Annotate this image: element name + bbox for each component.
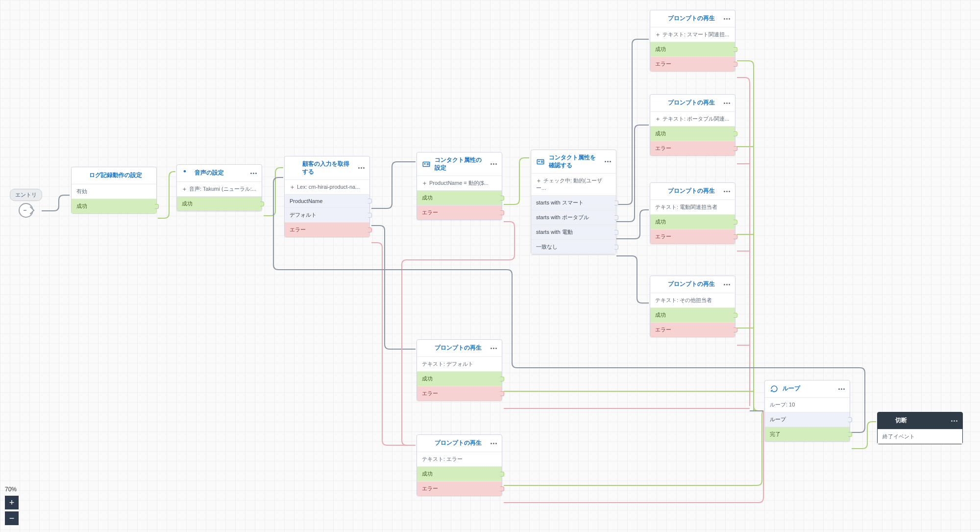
transfer-icon bbox=[290, 164, 298, 173]
list-settings-icon bbox=[76, 171, 85, 180]
node-title: プロンプトの再生 bbox=[668, 280, 720, 288]
more-icon[interactable] bbox=[490, 348, 497, 349]
node-row: テキスト: エラー bbox=[417, 452, 502, 466]
node-title: 切断 bbox=[895, 417, 947, 425]
loop-icon bbox=[770, 384, 779, 393]
more-icon[interactable] bbox=[250, 173, 257, 174]
entry-point: エントリ bbox=[10, 189, 42, 218]
node-row: テキスト: ポータブル関連... bbox=[650, 111, 735, 126]
node-row: Lex: cm-hirai-product-na... bbox=[285, 179, 369, 194]
node-output-error[interactable]: エラー bbox=[417, 481, 502, 496]
speaker-icon bbox=[655, 280, 664, 289]
node-disconnect[interactable]: 切断 終了イベント bbox=[877, 412, 963, 444]
zoom-out-button[interactable]: − bbox=[5, 511, 19, 525]
id-card-icon bbox=[536, 157, 545, 166]
speaker-icon bbox=[655, 187, 664, 196]
node-output-error[interactable]: エラー bbox=[417, 386, 502, 401]
entry-label: エントリ bbox=[10, 189, 42, 201]
node-title: プロンプトの再生 bbox=[668, 187, 720, 195]
node-row: 終了イベント bbox=[878, 429, 962, 444]
more-icon[interactable] bbox=[724, 284, 730, 285]
node-play-prompt-smart[interactable]: プロンプトの再生 テキスト: スマート関連担... 成功 エラー bbox=[650, 10, 735, 72]
more-icon[interactable] bbox=[358, 167, 365, 169]
node-output-success[interactable]: 成功 bbox=[417, 466, 502, 481]
svg-point-0 bbox=[184, 170, 186, 173]
node-row: テキスト: デフォルト bbox=[417, 356, 502, 371]
node-row: 有効 bbox=[72, 184, 156, 199]
node-get-customer-input[interactable]: 顧客の入力を取得する Lex: cm-hirai-product-na... P… bbox=[284, 156, 370, 237]
speaker-icon bbox=[655, 99, 664, 107]
node-output-branch[interactable]: 一致なし bbox=[531, 239, 616, 254]
node-title: プロンプトの再生 bbox=[668, 15, 720, 23]
more-icon[interactable] bbox=[605, 161, 611, 162]
more-icon[interactable] bbox=[838, 388, 845, 390]
node-title: コンタクト属性を確認する bbox=[549, 154, 601, 169]
node-row: テキスト: スマート関連担... bbox=[650, 27, 735, 42]
speaker-icon bbox=[422, 344, 431, 353]
zoom-in-button[interactable]: + bbox=[5, 496, 19, 509]
more-icon[interactable] bbox=[490, 163, 497, 165]
node-title: コンタクト属性の設定 bbox=[435, 156, 487, 172]
node-output-success[interactable]: 成功 bbox=[650, 42, 735, 56]
node-title: プロンプトの再生 bbox=[435, 439, 487, 447]
node-play-prompt-portable[interactable]: プロンプトの再生 テキスト: ポータブル関連... 成功 エラー bbox=[650, 94, 735, 156]
node-output-success[interactable]: 成功 bbox=[650, 214, 735, 229]
node-play-prompt-electric[interactable]: プロンプトの再生 テキスト: 電動関連担当者 成功 エラー bbox=[650, 182, 735, 244]
more-icon[interactable] bbox=[951, 420, 957, 422]
node-output-branch[interactable]: ProductName bbox=[285, 194, 369, 207]
node-output-branch[interactable]: デフォルト bbox=[285, 207, 369, 222]
node-play-prompt-default[interactable]: プロンプトの再生 テキスト: デフォルト 成功 エラー bbox=[416, 339, 502, 401]
node-output-error[interactable]: エラー bbox=[650, 322, 735, 337]
more-icon[interactable] bbox=[724, 102, 730, 104]
node-output-success[interactable]: 成功 bbox=[650, 126, 735, 141]
node-row: テキスト: 電動関連担当者 bbox=[650, 200, 735, 214]
node-output-success[interactable]: 成功 bbox=[177, 196, 262, 211]
node-row: ProductName = 動的($... bbox=[417, 176, 502, 190]
node-output-branch[interactable]: starts with スマート bbox=[531, 195, 616, 210]
zoom-percentage: 70% bbox=[5, 486, 19, 493]
node-output-success[interactable]: 成功 bbox=[650, 307, 735, 322]
node-output-branch[interactable]: ループ bbox=[765, 412, 850, 427]
node-set-voice[interactable]: 音声の設定 音声: Takumi (ニューラル:... 成功 bbox=[176, 164, 262, 211]
id-card-icon bbox=[422, 160, 431, 169]
entry-circle bbox=[19, 203, 33, 218]
svg-point-4 bbox=[539, 160, 540, 162]
node-set-contact-attributes[interactable]: コンタクト属性の設定 ProductName = 動的($... 成功 エラー bbox=[416, 152, 502, 220]
node-output-branch[interactable]: starts with 電動 bbox=[531, 225, 616, 239]
node-title: プロンプトの再生 bbox=[668, 99, 720, 107]
node-play-prompt-other[interactable]: プロンプトの再生 テキスト: その他担当者 成功 エラー bbox=[650, 276, 735, 337]
node-output-success[interactable]: 成功 bbox=[417, 190, 502, 205]
node-play-prompt-error[interactable]: プロンプトの再生 テキスト: エラー 成功 エラー bbox=[416, 434, 502, 496]
more-icon[interactable] bbox=[724, 191, 730, 192]
person-voice-icon bbox=[182, 169, 191, 177]
node-title: ログ記録動作の設定 bbox=[89, 172, 151, 179]
node-check-contact-attributes[interactable]: コンタクト属性を確認する チェック中: 動的(ユーザー... starts wi… bbox=[531, 150, 616, 254]
node-output-success[interactable]: 成功 bbox=[417, 371, 502, 386]
hangup-icon bbox=[882, 416, 891, 425]
node-set-logging-behavior[interactable]: ログ記録動作の設定 有効 成功 bbox=[71, 167, 157, 214]
node-loop[interactable]: ループ ループ: 10 ループ 完了 bbox=[764, 380, 850, 442]
node-output-error[interactable]: エラー bbox=[650, 141, 735, 155]
node-output-success[interactable]: 成功 bbox=[72, 199, 156, 213]
more-icon[interactable] bbox=[490, 443, 497, 444]
node-row: テキスト: その他担当者 bbox=[650, 293, 735, 307]
node-output-error[interactable]: エラー bbox=[285, 222, 369, 237]
node-output-error[interactable]: エラー bbox=[650, 56, 735, 71]
zoom-controls: 70% + − bbox=[5, 486, 19, 527]
node-output-branch[interactable]: starts with ポータブル bbox=[531, 210, 616, 225]
node-row: ループ: 10 bbox=[765, 397, 850, 412]
node-output-error[interactable]: エラー bbox=[417, 205, 502, 220]
node-title: 顧客の入力を取得する bbox=[302, 160, 354, 176]
node-output-error[interactable]: エラー bbox=[650, 229, 735, 244]
node-title: 音声の設定 bbox=[195, 169, 246, 177]
svg-point-2 bbox=[424, 163, 426, 164]
node-title: プロンプトの再生 bbox=[435, 344, 487, 352]
node-row: チェック中: 動的(ユーザー... bbox=[531, 173, 616, 195]
node-output-success[interactable]: 完了 bbox=[765, 427, 850, 441]
node-title: ループ bbox=[783, 385, 834, 393]
more-icon[interactable] bbox=[724, 18, 730, 20]
node-row: 音声: Takumi (ニューラル:... bbox=[177, 181, 262, 196]
speaker-icon bbox=[422, 439, 431, 448]
speaker-icon bbox=[655, 14, 664, 23]
